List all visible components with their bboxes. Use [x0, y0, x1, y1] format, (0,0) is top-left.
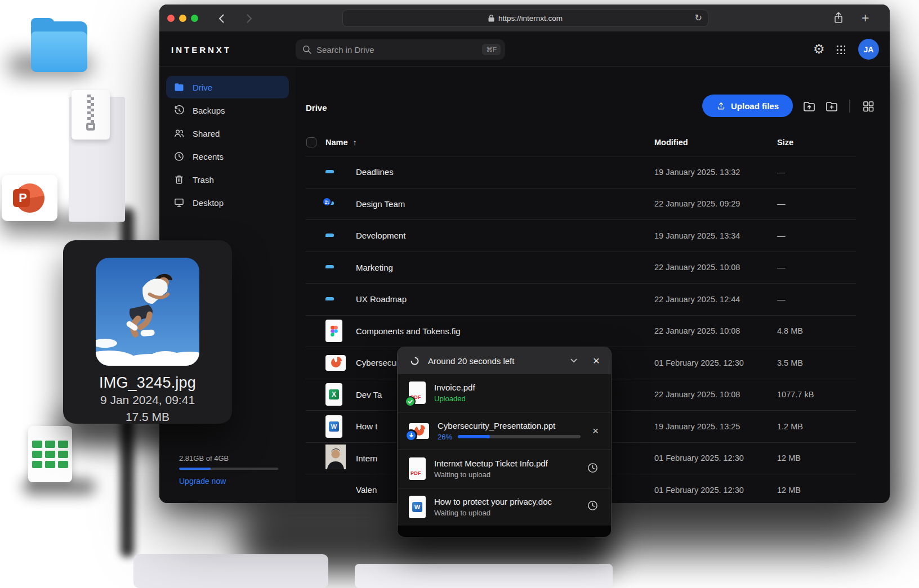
column-header-size[interactable]: Size: [777, 138, 793, 147]
table-row[interactable]: Design Team 22 January 2025. 09:29 —: [306, 188, 856, 221]
storage-usage-text: 2.81GB of 4GB: [179, 454, 278, 463]
zip-file-icon: [72, 90, 110, 140]
excel-file-icon: X: [325, 383, 342, 406]
sidebar-item-shared[interactable]: Shared: [166, 122, 289, 145]
keyboard-shortcut-badge: ⌘F: [482, 44, 501, 55]
search-bar[interactable]: ⌘F: [296, 39, 505, 60]
new-tab-icon[interactable]: +: [862, 12, 869, 24]
minimize-window-button[interactable]: [179, 15, 186, 22]
uploading-arrow-icon: [405, 429, 417, 442]
select-all-checkbox[interactable]: [306, 137, 316, 147]
upload-progress-popup: Around 20 seconds left × PDF Invoice.pdf…: [397, 347, 612, 537]
decor-paper-sheet: [355, 564, 613, 588]
search-input[interactable]: [316, 45, 477, 55]
zoom-window-button[interactable]: [191, 15, 198, 22]
table-header: Name↑ Modified Size: [296, 131, 890, 156]
upload-item: W How to protect your privacy.doc Waitin…: [398, 488, 611, 526]
close-icon[interactable]: ×: [593, 355, 600, 366]
storage-progress-bar: [179, 468, 278, 470]
upload-files-button[interactable]: Upload files: [702, 95, 793, 117]
avatar[interactable]: JA: [858, 39, 879, 60]
new-folder-icon[interactable]: [825, 100, 838, 113]
upload-item: PDF Internxt Meetup Ticket Info.pdf Wait…: [398, 450, 611, 488]
sidebar-item-recents[interactable]: Recents: [166, 145, 289, 168]
upload-items: PDF Invoice.pdf Uploaded Cybersecurity_P…: [398, 374, 611, 526]
trash-icon: [173, 174, 185, 185]
upload-time-remaining: Around 20 seconds left: [428, 356, 560, 366]
reload-icon[interactable]: ↻: [695, 12, 702, 23]
forward-button[interactable]: [243, 12, 255, 25]
upload-item: PDF Invoice.pdf Uploaded: [398, 374, 611, 412]
figma-file-icon: [325, 320, 342, 342]
sidebar-item-drive[interactable]: Drive: [166, 76, 289, 98]
table-row[interactable]: Development 19 January 2025. 13:34 —: [306, 220, 856, 252]
page: P: [0, 0, 919, 588]
word-file-icon: W: [325, 415, 342, 438]
backups-icon: [173, 105, 185, 116]
sidebar-item-label: Recents: [193, 152, 224, 161]
shared-badge-icon: [322, 197, 332, 207]
sidebar-item-trash[interactable]: Trash: [166, 168, 289, 191]
upload-status: Uploaded: [434, 394, 599, 403]
table-row[interactable]: Components and Tokens.fig 22 January 202…: [306, 316, 856, 348]
upload-popup-header: Around 20 seconds left ×: [398, 347, 611, 374]
sidebar-item-label: Drive: [193, 83, 212, 92]
upload-item: Cybersecurity_Presentation.ppt 26% ×: [398, 412, 611, 451]
waiting-clock-icon: [587, 500, 599, 514]
upload-percent: 26%: [438, 433, 452, 441]
internxt-logo: INTERNXT: [171, 45, 231, 55]
word-file-icon: W: [409, 496, 426, 518]
table-row[interactable]: Deadlines 19 January 2025. 13:32 —: [306, 156, 856, 188]
powerpoint-file-icon: P: [2, 175, 57, 221]
storage-usage: 2.81GB of 4GB Upgrade now: [179, 454, 278, 486]
image-filename: IMG_3245.jpg: [63, 374, 232, 392]
lock-icon: [488, 15, 494, 22]
photo-thumbnail-person: [325, 461, 346, 471]
apps-grid-icon[interactable]: [836, 44, 845, 54]
app-header: INTERNXT ⌘F ⚙ JA: [159, 32, 890, 67]
upload-icon: [716, 101, 726, 111]
uploaded-check-icon: [405, 396, 416, 407]
decor-paper-sheet: [133, 554, 328, 588]
back-button[interactable]: [216, 12, 228, 25]
share-icon[interactable]: [833, 12, 844, 26]
browser-chrome: https://internxt.com ↻ +: [159, 5, 890, 32]
recents-icon: [173, 151, 185, 162]
column-header-modified[interactable]: Modified: [654, 138, 688, 147]
powerpoint-file-icon: [325, 355, 346, 371]
sidebar-item-label: Desktop: [193, 198, 224, 208]
toolbar-divider: [849, 100, 850, 113]
desktop-icon: [173, 197, 185, 208]
column-header-name[interactable]: Name↑: [325, 138, 357, 147]
sidebar-item-backups[interactable]: Backups: [166, 99, 289, 122]
chevron-down-icon[interactable]: [569, 356, 579, 366]
waiting-clock-icon: [587, 462, 599, 476]
table-row[interactable]: Marketing 22 January 2025. 10:08 —: [306, 252, 856, 284]
upload-status: Waiting to upload: [434, 509, 578, 517]
spinner-icon: [410, 356, 420, 366]
close-window-button[interactable]: [167, 15, 175, 22]
sidebar-item-desktop[interactable]: Desktop: [166, 191, 289, 214]
image-preview-card: IMG_3245.jpg 9 Jan 2024, 09:41 17.5 MB: [63, 240, 232, 424]
upload-progress-bar: [458, 435, 581, 438]
sidebar-item-label: Backups: [193, 106, 225, 115]
gear-icon[interactable]: ⚙: [813, 42, 825, 56]
table-row[interactable]: UX Roadmap 22 January 2025. 12:44 —: [306, 284, 856, 316]
upgrade-link[interactable]: Upgrade now: [179, 477, 278, 486]
folder-icon: [31, 21, 87, 72]
sort-ascending-icon: ↑: [353, 138, 357, 147]
search-icon: [302, 45, 311, 54]
upload-status: Waiting to upload: [434, 470, 578, 479]
shared-icon: [173, 128, 185, 139]
upload-folder-icon[interactable]: [802, 100, 816, 113]
image-size: 17.5 MB: [63, 410, 232, 424]
drive-folder-icon: [173, 82, 185, 93]
grid-view-icon[interactable]: [862, 100, 875, 113]
jumping-person-photo: [96, 258, 199, 366]
cancel-upload-icon[interactable]: ×: [592, 425, 599, 437]
upload-popup-footer: [398, 526, 611, 537]
spreadsheet-file-icon: [28, 426, 72, 482]
url-text: https://internxt.com: [498, 14, 563, 23]
address-bar[interactable]: https://internxt.com ↻: [342, 10, 708, 27]
sidebar-item-label: Trash: [193, 175, 214, 185]
